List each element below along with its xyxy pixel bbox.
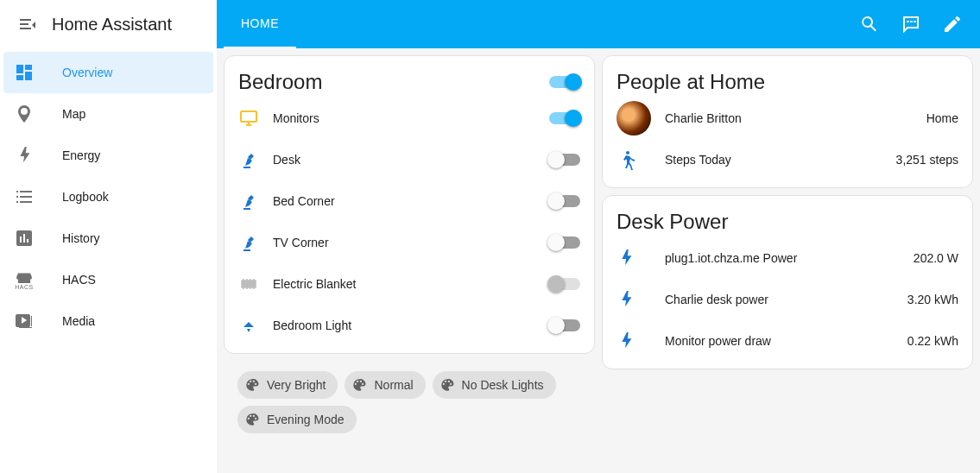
entity-toggle[interactable] <box>549 112 580 124</box>
sidebar-item-label: Energy <box>62 148 100 162</box>
tab-home[interactable]: HOME <box>224 0 296 48</box>
person-state: Home <box>926 111 958 125</box>
search-button[interactable] <box>849 3 890 45</box>
card-title: Bedroom <box>238 70 549 94</box>
sensor-name: plug1.iot.chza.me Power <box>665 251 914 265</box>
steps-label: Steps Today <box>665 153 896 167</box>
sidebar-header: Home Assistant <box>0 0 217 48</box>
chart-box-icon <box>14 228 35 249</box>
steps-row[interactable]: Steps Today 3,251 steps <box>603 139 972 180</box>
entity-name: Monitors <box>273 111 549 125</box>
chip-label: Very Bright <box>267 378 326 392</box>
entity-row-desk[interactable]: Desk <box>224 139 594 180</box>
main: HOME Bedroom <box>217 0 980 473</box>
monitor-icon <box>238 108 273 129</box>
svg-rect-1 <box>241 111 256 122</box>
sidebar-nav: Overview Map Energy Logbook History <box>0 48 217 345</box>
chat-icon <box>901 14 921 35</box>
sidebar-item-media[interactable]: Media <box>3 300 213 342</box>
entity-row-bed-corner[interactable]: Bed Corner <box>224 180 594 222</box>
sidebar-item-history[interactable]: History <box>3 218 213 259</box>
entity-toggle[interactable] <box>549 154 580 166</box>
steps-value: 3,251 steps <box>896 153 958 167</box>
sidebar-item-overview[interactable]: Overview <box>3 52 213 93</box>
chip-label: Normal <box>374 378 413 392</box>
sidebar-item-map[interactable]: Map <box>3 93 213 135</box>
desk-lamp-icon <box>238 191 273 211</box>
palette-icon <box>244 412 260 427</box>
sidebar: Home Assistant Overview Map Energy Logbo… <box>0 0 217 473</box>
play-box-icon <box>14 311 35 331</box>
card-title: Desk Power <box>616 210 958 234</box>
entity-toggle[interactable] <box>549 195 580 207</box>
sidebar-item-label: HACS <box>62 273 96 287</box>
map-marker-icon <box>14 104 35 124</box>
scene-chip-evening-mode[interactable]: Evening Mode <box>237 406 357 433</box>
sensor-row[interactable]: Charlie desk power 3.20 kWh <box>603 279 972 320</box>
entity-name: Bed Corner <box>273 194 549 208</box>
sidebar-item-energy[interactable]: Energy <box>3 135 213 176</box>
lightning-icon <box>14 145 35 166</box>
menu-collapse-button[interactable] <box>10 7 45 41</box>
pencil-icon <box>942 14 963 35</box>
desk-lamp-icon <box>238 149 273 170</box>
desk-lamp-icon <box>238 232 273 253</box>
palette-icon <box>439 377 455 393</box>
sensor-row[interactable]: Monitor power draw 0.22 kWh <box>603 320 972 362</box>
card-title: People at Home <box>616 70 958 94</box>
entity-name: Desk <box>273 153 549 167</box>
sidebar-item-label: History <box>62 231 100 245</box>
sensor-value: 202.0 W <box>914 251 958 265</box>
content: Bedroom Monitors Desk <box>217 48 980 473</box>
edit-button[interactable] <box>932 3 973 45</box>
flash-icon <box>616 331 651 350</box>
scenes-row: Very Bright Normal No Desk Lights <box>224 361 595 447</box>
sidebar-item-logbook[interactable]: Logbook <box>3 176 213 218</box>
desk-power-card: Desk Power plug1.iot.chza.me Power 202.0… <box>602 195 973 369</box>
menu-icon <box>17 14 38 35</box>
ceiling-light-icon <box>238 315 273 336</box>
entity-name: Electric Blanket <box>273 277 549 291</box>
scene-chip-no-desk-lights[interactable]: No Desk Lights <box>433 371 556 399</box>
entity-row-electric-blanket[interactable]: Electric Blanket <box>224 263 594 305</box>
person-row[interactable]: Charlie Britton Home <box>603 98 972 139</box>
palette-icon <box>244 377 260 393</box>
sidebar-item-label: Logbook <box>62 190 109 204</box>
entity-toggle[interactable] <box>549 236 580 249</box>
flash-icon <box>616 249 651 268</box>
scene-chip-normal[interactable]: Normal <box>345 371 425 399</box>
header: HOME <box>217 0 980 48</box>
store-icon: HACS <box>14 269 35 290</box>
sidebar-item-label: Overview <box>62 66 112 79</box>
entity-toggle[interactable] <box>549 319 580 331</box>
bedroom-card: Bedroom Monitors Desk <box>224 55 595 354</box>
search-icon <box>859 14 880 35</box>
sensor-row[interactable]: plug1.iot.chza.me Power 202.0 W <box>603 237 972 279</box>
sensor-name: Charlie desk power <box>665 293 907 306</box>
svg-point-2 <box>626 151 629 155</box>
svg-point-0 <box>22 110 26 113</box>
chip-label: Evening Mode <box>267 413 345 426</box>
flash-icon <box>616 290 651 309</box>
app-title: Home Assistant <box>52 15 172 35</box>
chip-label: No Desk Lights <box>462 378 544 392</box>
tab-label: HOME <box>241 16 279 30</box>
list-icon <box>14 186 35 207</box>
sensor-name: Monitor power draw <box>665 334 907 348</box>
chat-button[interactable] <box>890 3 932 45</box>
scene-chip-very-bright[interactable]: Very Bright <box>237 371 338 399</box>
entity-row-monitors[interactable]: Monitors <box>224 98 594 139</box>
bedroom-master-toggle[interactable] <box>549 76 580 88</box>
sidebar-item-label: Map <box>62 107 85 121</box>
radiator-icon <box>238 274 273 294</box>
entity-row-bedroom-light[interactable]: Bedroom Light <box>224 305 594 346</box>
person-name: Charlie Britton <box>665 111 926 125</box>
sensor-value: 3.20 kWh <box>907 293 958 306</box>
sidebar-item-hacs[interactable]: HACS HACS <box>3 259 213 300</box>
entity-row-tv-corner[interactable]: TV Corner <box>224 222 594 263</box>
entity-name: TV Corner <box>273 236 549 249</box>
walk-icon <box>616 149 651 170</box>
palette-icon <box>351 377 367 393</box>
sidebar-item-label: Media <box>62 314 95 328</box>
entity-toggle[interactable] <box>549 278 580 290</box>
